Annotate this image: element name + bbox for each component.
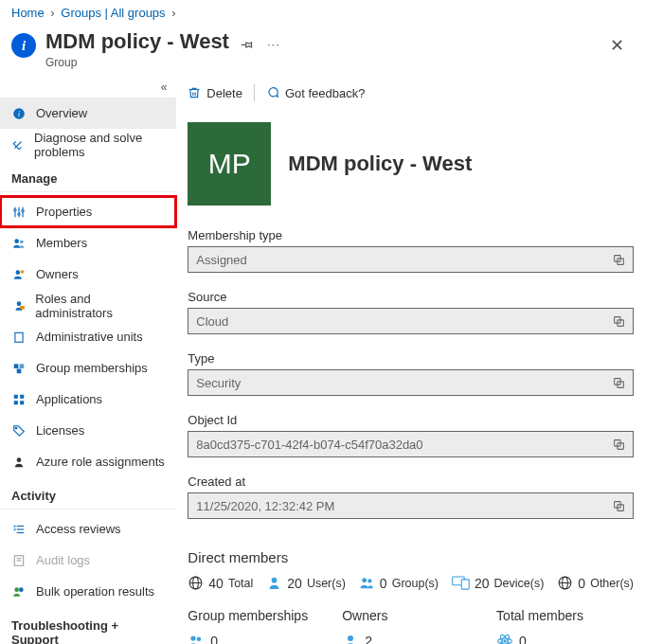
- breadcrumb-groups[interactable]: Groups | All groups: [61, 6, 165, 20]
- stat-devices: 20 Device(s): [452, 575, 544, 591]
- svg-point-12: [16, 301, 21, 306]
- svg-rect-24: [14, 401, 18, 404]
- svg-point-5: [14, 208, 16, 210]
- feedback-label: Got feedback?: [285, 86, 366, 100]
- field-label: Membership type: [188, 228, 634, 242]
- sidebar-item-licenses[interactable]: Licenses: [0, 415, 176, 446]
- sliders-icon: [11, 206, 27, 219]
- atom-icon: [496, 633, 513, 644]
- col-owners: Owners 2: [342, 608, 479, 644]
- sidebar-item-label: Azure role assignments: [36, 455, 165, 469]
- more-icon[interactable]: ···: [267, 37, 280, 51]
- direct-members-stats: 40 Total 20 User(s) 0 Group(s) 20 Device…: [184, 575, 637, 591]
- svg-rect-54: [461, 580, 469, 589]
- field-value-box[interactable]: Security: [188, 369, 634, 396]
- copy-icon[interactable]: [613, 254, 625, 266]
- apps-icon: [11, 393, 27, 406]
- sidebar-item-label: Administrative units: [36, 330, 143, 344]
- sidebar-item-azure-roles[interactable]: Azure role assignments: [0, 446, 176, 477]
- pin-icon[interactable]: [241, 38, 254, 51]
- col-value: 0: [519, 634, 527, 644]
- col-total-members: Total members 0: [496, 608, 634, 644]
- sidebar-item-label: Access reviews: [36, 522, 121, 536]
- copy-icon[interactable]: [613, 438, 625, 451]
- field-value-box[interactable]: 11/25/2020, 12:32:42 PM: [188, 492, 634, 519]
- stat-label: User(s): [307, 577, 346, 590]
- field-type: Type Security: [184, 346, 637, 407]
- main-content: Delete Got feedback? MP MDM policy - Wes…: [176, 77, 645, 644]
- sidebar-item-label: Owners: [36, 267, 79, 281]
- svg-point-7: [22, 209, 24, 211]
- svg-point-10: [16, 270, 21, 275]
- col-title: Total members: [496, 608, 634, 623]
- stat-label: Group(s): [392, 577, 439, 590]
- stat-number: 40: [208, 576, 224, 591]
- copy-icon[interactable]: [613, 500, 625, 512]
- col-value: 0: [210, 634, 218, 644]
- sidebar-item-admin-units[interactable]: Administrative units: [0, 321, 176, 352]
- sidebar-section-manage: Manage: [0, 160, 176, 192]
- svg-point-26: [15, 427, 17, 429]
- stat-number: 0: [578, 576, 585, 591]
- stat-total: 40 Total: [188, 575, 253, 591]
- field-label: Created at: [188, 474, 634, 489]
- sidebar-item-applications[interactable]: Applications: [0, 384, 176, 415]
- svg-rect-19: [14, 364, 19, 368]
- svg-text:i: i: [18, 109, 20, 117]
- sidebar-item-access-reviews[interactable]: Access reviews: [0, 513, 176, 545]
- stat-number: 20: [287, 576, 302, 591]
- sidebar-item-overview[interactable]: i Overview: [0, 98, 176, 129]
- info-icon: i: [11, 107, 27, 120]
- svg-rect-25: [20, 401, 24, 404]
- svg-rect-20: [20, 364, 25, 368]
- sidebar-item-label: Roles and administrators: [35, 292, 165, 320]
- sidebar-item-label: Properties: [36, 205, 92, 219]
- stat-others: 0 Other(s): [557, 575, 634, 591]
- svg-point-34: [14, 587, 19, 592]
- feedback-icon: [266, 86, 279, 99]
- group-avatar: MP: [188, 122, 271, 206]
- field-value-box[interactable]: Cloud: [188, 308, 634, 334]
- delete-label: Delete: [206, 86, 242, 100]
- breadcrumb-home[interactable]: Home: [11, 6, 45, 20]
- sidebar-item-roles[interactable]: Roles and administrators: [0, 290, 176, 321]
- person-icon: [342, 633, 359, 644]
- svg-point-51: [362, 578, 367, 582]
- stat-label: Other(s): [590, 577, 634, 590]
- chevron-right-icon: ›: [50, 6, 54, 20]
- svg-point-27: [17, 457, 22, 462]
- trash-icon: [188, 86, 201, 99]
- breadcrumb: Home › Groups | All groups ›: [0, 0, 645, 26]
- svg-rect-22: [14, 394, 18, 398]
- stat-label: Total: [228, 577, 253, 590]
- svg-point-35: [19, 587, 24, 592]
- collapse-sidebar[interactable]: «: [0, 80, 176, 98]
- field-value: Security: [196, 376, 241, 390]
- sidebar: « i Overview Diagnose and solve problems…: [0, 77, 176, 644]
- person-icon: [266, 575, 282, 591]
- svg-point-58: [191, 635, 196, 640]
- sidebar-item-bulk-results[interactable]: Bulk operation results: [0, 576, 176, 607]
- feedback-button[interactable]: Got feedback?: [266, 86, 366, 100]
- svg-rect-14: [15, 332, 23, 342]
- globe-icon: [188, 575, 204, 591]
- page-subtitle: Group: [45, 56, 229, 69]
- direct-members-title: Direct members: [188, 549, 634, 565]
- sidebar-item-label: Overview: [36, 106, 87, 120]
- field-value-box[interactable]: 8a0cd375-c701-42f4-b074-c54f70a32da0: [188, 431, 634, 457]
- copy-icon[interactable]: [613, 377, 625, 389]
- person-icon: [11, 456, 27, 469]
- svg-point-60: [348, 635, 353, 641]
- sidebar-item-members[interactable]: Members: [0, 227, 176, 259]
- delete-button[interactable]: Delete: [188, 86, 242, 100]
- close-icon[interactable]: ✕: [600, 29, 634, 62]
- sidebar-item-owners[interactable]: Owners: [0, 259, 176, 290]
- stat-users: 20 User(s): [266, 575, 346, 591]
- copy-icon[interactable]: [613, 315, 625, 328]
- field-value-box[interactable]: Assigned: [188, 246, 634, 273]
- sidebar-item-properties[interactable]: Properties: [0, 196, 176, 227]
- sidebar-item-diagnose[interactable]: Diagnose and solve problems: [0, 129, 176, 160]
- sidebar-item-group-memberships[interactable]: Group memberships: [0, 352, 176, 384]
- toolbar: Delete Got feedback?: [184, 77, 637, 109]
- log-icon: [11, 554, 27, 567]
